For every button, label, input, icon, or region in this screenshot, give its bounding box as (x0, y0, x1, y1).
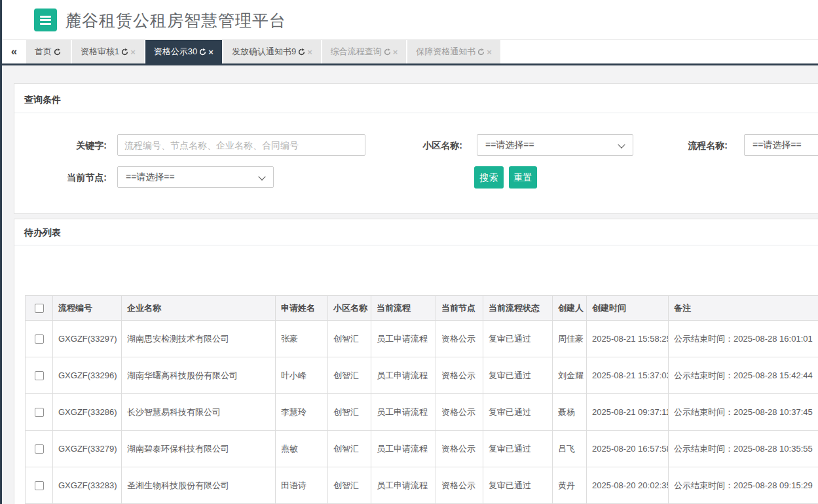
tab-label: 首页 (35, 46, 52, 58)
table-cell: 2025-08-20 16:57:58 (587, 431, 669, 467)
table-cell: GXGZF(33296) (53, 357, 122, 394)
row-checkbox[interactable] (35, 408, 44, 417)
column-header: 企业名称 (122, 296, 276, 321)
tabs-collapse-button[interactable]: « (2, 40, 26, 63)
refresh-icon[interactable] (384, 48, 391, 56)
chevron-down-icon (258, 173, 265, 180)
app-header: 麓谷租赁公租房智慧管理平台 (2, 0, 818, 39)
tab-label: 发放确认通知书9 (232, 46, 296, 58)
row-checkbox[interactable] (35, 371, 44, 380)
table-cell: 公示结束时间：2025-08-28 16:01:01 (669, 321, 818, 357)
todo-list-panel: 待办列表 流程编号企业名称申请姓名小区名称当前流程当前节点当前流程状态创建人创建… (14, 219, 818, 504)
refresh-icon[interactable] (298, 48, 305, 56)
table-cell: 创智汇 (328, 321, 371, 357)
table-cell: 湖南碧泰环保科技有限公司 (122, 431, 276, 467)
table-cell: GXGZF(33297) (53, 321, 122, 357)
menu-button[interactable] (34, 9, 57, 31)
table-cell: 复审已通过 (483, 357, 553, 394)
community-label: 小区名称: (384, 140, 462, 152)
table-cell: 公示结束时间：2025-08-28 10:37:45 (669, 394, 818, 431)
table-cell: 长沙智慧易科技有限公司 (122, 394, 276, 431)
table-cell: 复审已通过 (483, 321, 553, 357)
tab-label: 综合流程查询 (331, 46, 382, 58)
tab-2[interactable]: 资格公示30× (145, 40, 222, 63)
column-header: 创建人 (553, 296, 587, 321)
row-checkbox[interactable] (35, 334, 44, 344)
table-cell: 李慧玲 (276, 394, 328, 431)
table-cell: 复审已通过 (483, 394, 553, 431)
table-cell: 复审已通过 (483, 431, 553, 467)
todo-table-wrap: 流程编号企业名称申请姓名小区名称当前流程当前节点当前流程状态创建人创建时间备注 … (25, 295, 818, 504)
reset-button[interactable]: 重置 (509, 166, 537, 189)
table-cell: 资格公示 (436, 467, 483, 504)
table-cell: 湖南思安检测技术有限公司 (122, 321, 276, 357)
table-cell: 张豪 (276, 321, 328, 357)
table-row: GXGZF(33296)湖南华曙高科技股份有限公司叶小峰创智汇员工申请流程资格公… (26, 357, 818, 394)
column-header: 申请姓名 (276, 296, 328, 321)
row-checkbox-cell (26, 467, 53, 504)
search-button[interactable]: 搜索 (474, 166, 504, 189)
tab-1[interactable]: 资格审核1× (72, 40, 144, 63)
row-checkbox[interactable] (35, 444, 44, 454)
todo-panel-title: 待办列表 (14, 219, 818, 245)
table-cell: 创智汇 (328, 357, 371, 394)
close-icon[interactable]: × (208, 47, 214, 57)
tab-label: 保障资格通知书 (416, 46, 475, 58)
table-cell: 资格公示 (436, 394, 483, 431)
select-all-checkbox[interactable] (35, 304, 44, 313)
table-cell: 燕敏 (276, 431, 328, 467)
tab-3[interactable]: 发放确认通知书9× (223, 40, 321, 63)
content-area: 查询条件 关键字: 小区名称: ==请选择== 流程名称: ==请选择== 当前… (2, 65, 818, 504)
table-cell: 2025-08-20 20:02:35 (587, 467, 669, 504)
tab-bar: « 首页资格审核1×资格公示30×发放确认通知书9×综合流程查询×保障资格通知书… (2, 39, 818, 65)
tab-4[interactable]: 综合流程查询× (322, 40, 407, 63)
table-cell: GXGZF(33283) (53, 467, 122, 504)
table-cell: 吕飞 (553, 431, 587, 467)
table-cell: 复审已通过 (483, 467, 553, 504)
table-cell: 公示结束时间：2025-08-28 09:15:29 (669, 467, 818, 504)
keyword-input[interactable] (117, 134, 365, 156)
tab-5[interactable]: 保障资格通知书× (407, 40, 500, 63)
row-checkbox[interactable] (35, 481, 44, 490)
close-icon[interactable]: × (130, 47, 136, 57)
community-select[interactable]: ==请选择== (477, 134, 633, 156)
column-header: 当前节点 (436, 296, 483, 321)
table-cell: GXGZF(33279) (53, 431, 122, 467)
refresh-icon[interactable] (54, 48, 61, 56)
refresh-icon[interactable] (477, 48, 485, 56)
refresh-icon[interactable] (199, 48, 206, 56)
tab-label: 资格公示30 (154, 46, 197, 58)
page-title: 麓谷租赁公租房智慧管理平台 (65, 0, 286, 39)
query-panel-title: 查询条件 (14, 84, 818, 113)
close-icon[interactable]: × (487, 47, 492, 57)
table-cell: 创智汇 (328, 467, 371, 504)
table-row: GXGZF(33297)湖南思安检测技术有限公司张豪创智汇员工申请流程资格公示复… (26, 321, 818, 357)
close-icon[interactable]: × (393, 47, 398, 57)
table-cell: 叶小峰 (276, 357, 328, 394)
column-header: 流程编号 (53, 296, 122, 321)
flow-name-select[interactable]: ==请选择== (744, 134, 818, 156)
row-checkbox-cell (26, 321, 53, 357)
refresh-icon[interactable] (121, 48, 128, 56)
column-header: 小区名称 (328, 296, 371, 321)
close-icon[interactable]: × (307, 47, 312, 57)
tab-0[interactable]: 首页 (26, 40, 71, 63)
community-select-value: ==请选择== (485, 139, 534, 150)
table-row: GXGZF(33286)长沙智慧易科技有限公司李慧玲创智汇员工申请流程资格公示复… (26, 394, 818, 431)
current-node-select[interactable]: ==请选择== (117, 166, 274, 188)
table-cell: 公示结束时间：2025-08-28 15:42:44 (669, 357, 818, 394)
table-cell: 创智汇 (328, 394, 371, 431)
hamburger-icon (40, 16, 51, 26)
row-checkbox-cell (26, 431, 53, 467)
table-cell: 聂杨 (553, 394, 587, 431)
table-cell: 资格公示 (436, 357, 483, 394)
column-header: 创建时间 (587, 296, 669, 321)
tabs-container: 首页资格审核1×资格公示30×发放确认通知书9×综合流程查询×保障资格通知书× (26, 40, 502, 63)
column-header: 当前流程 (371, 296, 436, 321)
table-cell: 公示结束时间：2025-08-28 10:35:55 (669, 431, 818, 467)
column-header: 备注 (669, 296, 818, 321)
table-cell: 田语诗 (276, 467, 328, 504)
table-cell: 资格公示 (436, 431, 483, 467)
table-cell: GXGZF(33286) (53, 394, 122, 431)
table-cell: 员工申请流程 (371, 357, 436, 394)
